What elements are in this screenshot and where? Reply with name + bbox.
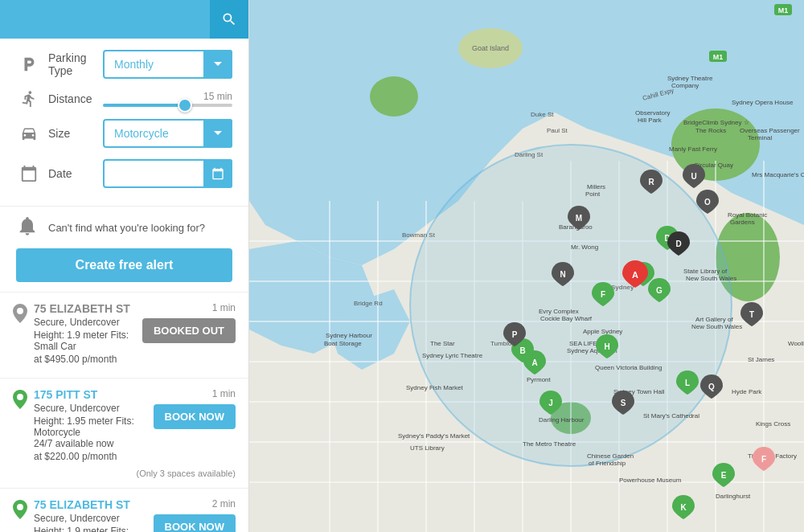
svg-text:Queen Victoria Building: Queen Victoria Building	[595, 364, 662, 371]
car-icon	[16, 125, 42, 142]
svg-text:H: H	[604, 342, 609, 351]
result-item: 75 ELIZABETH ST Secure, Undercover Heigh…	[0, 489, 248, 532]
result-name-3[interactable]: 75 ELIZABETH ST	[34, 498, 154, 511]
svg-text:J: J	[548, 399, 553, 407]
parking-type-row: Parking Type Daily Monthly Casual	[16, 50, 232, 79]
parking-icon	[16, 55, 42, 73]
parking-type-select[interactable]: Daily Monthly Casual	[103, 50, 232, 79]
svg-text:T: T	[749, 310, 754, 319]
svg-text:Duke St: Duke St	[531, 111, 554, 118]
svg-text:Evry Complex: Evry Complex	[539, 308, 579, 315]
result-time-3: 2 min	[212, 498, 236, 509]
result-price-2: at $220.00 p/month	[34, 451, 154, 462]
svg-text:N: N	[560, 270, 565, 279]
svg-text:Overseas Passenger: Overseas Passenger	[740, 127, 800, 134]
svg-text:A: A	[531, 358, 537, 367]
result-time-2: 1 min	[212, 388, 236, 399]
result-name-2[interactable]: 175 PITT ST	[34, 388, 154, 401]
search-bar: Sydney NSW 2000 Australia	[0, 0, 248, 39]
result-header: 75 ELIZABETH ST Secure, Undercover Heigh…	[13, 302, 236, 365]
svg-text:Kings Cross: Kings Cross	[756, 420, 790, 428]
svg-text:Apple Sydney: Apple Sydney	[583, 328, 622, 335]
size-select-wrapper: Motorcycle Small Car Medium Car Large Ca…	[103, 119, 232, 148]
svg-text:Mrs Macquarie's Chair: Mrs Macquarie's Chair	[752, 171, 804, 178]
result-right-1: 1 min BOOKED OUT	[142, 302, 236, 343]
svg-text:Terminal: Terminal	[748, 134, 772, 141]
parking-type-select-wrapper: Daily Monthly Casual	[103, 50, 232, 79]
result-info-1: 75 ELIZABETH ST Secure, Undercover Heigh…	[34, 302, 142, 365]
book-button-2[interactable]: BOOK NOW	[154, 404, 236, 429]
distance-slider-wrap: 15 min	[103, 91, 232, 107]
result-header-2: 175 PITT ST Secure, Undercover Height: 1…	[13, 388, 236, 462]
result-note-2: (Only 3 spaces available)	[13, 469, 236, 478]
result-left-2: 175 PITT ST Secure, Undercover Height: 1…	[13, 388, 154, 462]
result-item: 75 ELIZABETH ST Secure, Undercover Heigh…	[0, 293, 248, 379]
svg-text:Goat Island: Goat Island	[472, 44, 509, 52]
date-picker-button[interactable]	[203, 159, 232, 188]
svg-text:Boat Storage: Boat Storage	[324, 340, 362, 347]
svg-text:K: K	[680, 503, 687, 512]
book-button-3[interactable]: BOOK NOW	[154, 514, 236, 532]
svg-text:Royal Botanic: Royal Botanic	[728, 211, 767, 219]
svg-text:Mr. Wong: Mr. Wong	[571, 243, 598, 251]
create-alert-button[interactable]: Create free alert	[16, 248, 232, 282]
filters-section: Parking Type Daily Monthly Casual Distan…	[0, 39, 248, 206]
svg-text:Cockle Bay Wharf: Cockle Bay Wharf	[540, 315, 593, 322]
size-select[interactable]: Motorcycle Small Car Medium Car Large Ca…	[103, 119, 232, 148]
svg-text:SEA LIFE: SEA LIFE	[569, 340, 597, 347]
svg-text:Gardens: Gardens	[730, 219, 755, 226]
result-desc-2: Secure, Undercover	[34, 403, 154, 414]
book-button-1[interactable]: BOOKED OUT	[142, 318, 236, 343]
result-right-3: 2 min BOOK NOW	[154, 498, 236, 532]
svg-text:S: S	[621, 399, 626, 407]
svg-point-1	[17, 394, 23, 400]
map-svg: Goat Island Cahill Expy Duke St Darling …	[249, 0, 804, 532]
svg-text:O: O	[704, 198, 711, 207]
result-left: 75 ELIZABETH ST Secure, Undercover Heigh…	[13, 302, 142, 365]
svg-text:Darling Harbour: Darling Harbour	[539, 416, 585, 424]
map-area[interactable]: Goat Island Cahill Expy Duke St Darling …	[249, 0, 804, 532]
svg-text:L: L	[685, 379, 690, 387]
calendar-icon	[16, 165, 42, 182]
result-detail-1: Height: 1.9 meter Fits: Small Car	[34, 329, 142, 352]
svg-text:M1: M1	[713, 53, 724, 61]
svg-text:Bowman St: Bowman St	[402, 231, 436, 239]
result-header-3: 75 ELIZABETH ST Secure, Undercover Heigh…	[13, 498, 236, 532]
left-panel: Sydney NSW 2000 Australia Parking Type D…	[0, 0, 249, 532]
svg-text:Q: Q	[708, 383, 715, 391]
search-button[interactable]	[210, 0, 248, 39]
svg-text:Bridge Rd: Bridge Rd	[354, 300, 383, 307]
result-info-3: 75 ELIZABETH ST Secure, Undercover Heigh…	[34, 498, 154, 532]
distance-label: Distance	[48, 92, 96, 105]
svg-text:State Library of: State Library of	[683, 268, 728, 275]
result-pin-2	[13, 390, 29, 412]
svg-text:Sydney Opera House: Sydney Opera House	[732, 99, 794, 106]
svg-text:D: D	[675, 239, 681, 248]
svg-text:UTS Library: UTS Library	[410, 444, 445, 452]
svg-text:Pyrmont: Pyrmont	[527, 376, 552, 383]
svg-text:R: R	[648, 178, 654, 186]
svg-text:BridgeClimb Sydney ☆: BridgeClimb Sydney ☆	[683, 119, 749, 126]
result-avail-2: 24/7 available now	[34, 438, 154, 449]
svg-text:Powerhouse Museum: Powerhouse Museum	[619, 477, 682, 484]
alert-icon	[16, 215, 42, 240]
date-label: Date	[48, 167, 96, 180]
distance-slider[interactable]	[103, 104, 232, 107]
parking-type-label: Parking Type	[48, 51, 96, 77]
svg-text:M1: M1	[778, 6, 789, 14]
svg-text:Sydney Harbour: Sydney Harbour	[326, 332, 372, 339]
svg-text:E: E	[721, 471, 727, 480]
svg-text:New South Wales: New South Wales	[686, 275, 736, 282]
svg-text:Point: Point	[585, 190, 601, 198]
svg-text:Hill Park: Hill Park	[638, 117, 662, 124]
svg-text:G: G	[656, 286, 662, 295]
search-input[interactable]: Sydney NSW 2000 Australia	[0, 13, 210, 27]
result-time-1: 1 min	[212, 302, 236, 313]
svg-text:Observatory: Observatory	[635, 109, 671, 117]
svg-text:F: F	[601, 290, 605, 299]
date-row: Date 21-Dec-2016	[16, 159, 232, 188]
result-name-1[interactable]: 75 ELIZABETH ST	[34, 302, 142, 315]
svg-text:Sydney Fish Market: Sydney Fish Market	[406, 384, 463, 391]
svg-text:Darlinghurst: Darlinghurst	[716, 493, 751, 500]
size-label: Size	[48, 127, 96, 140]
